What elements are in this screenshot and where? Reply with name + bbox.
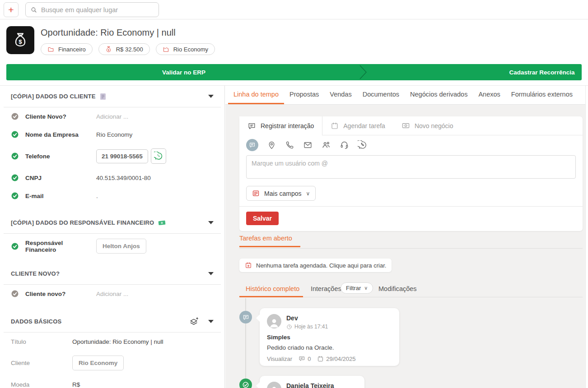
phone-value-box[interactable]: 21 99018-5565 [96,149,148,163]
person-chip[interactable]: Helton Anjos [96,239,146,254]
headset-icon[interactable] [340,140,349,150]
stage-cadastrar-recorrencia[interactable]: Cadastrar Recorrência [361,64,582,80]
pipeline-badge[interactable]: Rio Economy [156,43,215,55]
banknote-icon [401,121,410,130]
phone-icon[interactable] [285,140,294,150]
empty-task-card[interactable]: Nenhuma tarefa agendada. Clique aqui par… [239,259,392,272]
tab-anexos[interactable]: Anexos [473,86,505,104]
chat-bubble-icon [249,142,256,148]
search-icon [30,6,37,14]
tab-vendas[interactable]: Vendas [324,86,357,104]
tab-tarefas-em-aberto[interactable]: Tarefas em aberto [239,235,300,247]
department-badge-label: Financeiro [58,46,86,53]
tab-registrar-interacao[interactable]: Registrar interação [239,116,322,135]
tab-historico-completo[interactable]: Histórico completo [246,285,299,292]
tab-documentos[interactable]: Documentos [357,86,405,104]
field-row: Nome da Empresa Rio Economy [11,125,214,143]
amount-badge-label: R$ 32.500 [116,46,143,53]
filter-dropdown[interactable]: Filtrar ∨ [341,282,373,294]
field-row: Cliente Rio Economy [11,351,214,375]
tab-negocios-derivados[interactable]: Negócios derivados [405,86,473,104]
tab-formularios-externos[interactable]: Formulários externos [506,86,578,104]
field-value[interactable]: R$ [72,381,80,388]
chevron-down-icon[interactable] [208,95,214,98]
main-tabbar: Linha do tempo Propostas Vendas Document… [225,86,585,105]
email-icon[interactable] [303,140,313,150]
item-body: Pedido criado na Oracle. [267,344,392,351]
add-button[interactable]: + [4,2,19,17]
funnel-icon [163,46,169,53]
field-row: Cliente Novo? Adicionar ... [11,107,214,125]
section-resp-financeiro-header[interactable]: [CÓPIA] DADOS DO RESPONSÁVEL FINANCEIRO [11,212,214,233]
department-badge[interactable]: Financeiro [41,43,93,55]
item-title: Simples [267,334,392,341]
stage-validar-erp[interactable]: Validar no ERP [6,64,361,80]
interaction-type-chat[interactable] [246,139,258,151]
calendar-icon [331,122,339,130]
header-badges: Financeiro $ R$ 32.500 Rio Economy [41,43,215,55]
section-title: CLIENTE NOVO? [11,270,60,277]
field-row: Cliente novo? Adicionar ... [11,285,214,303]
chevron-down-icon[interactable] [208,272,214,275]
people-icon[interactable] [321,140,331,150]
chevron-down-icon[interactable] [208,221,214,224]
status-check-green-icon [11,242,19,250]
field-row: Responsável Financeiro Helton Anjos [11,234,214,259]
field-row: CNPJ 40.515.349/0001-80 [11,169,214,187]
avatar [267,382,281,388]
tab-interacoes[interactable]: Interações [311,285,341,292]
interaction-textarea[interactable] [246,155,576,179]
document-note-icon [100,93,106,100]
field-value[interactable]: Oportunidade: Rio Economy | null [72,338,163,345]
interaction-type-row [239,135,583,154]
status-check-green-icon [11,192,19,200]
tab-novo-negocio[interactable]: Novo negócio [393,116,462,135]
money-bag-icon: $ [12,32,28,48]
tab-linha-do-tempo[interactable]: Linha do tempo [228,86,284,104]
global-search[interactable] [25,2,159,17]
chat-bubble-icon [247,122,256,130]
field-value-add[interactable]: Adicionar ... [96,113,128,120]
field-value[interactable]: . [96,193,98,199]
whatsapp-icon[interactable] [358,140,367,150]
timeline-item[interactable]: Daniela Teixeira [260,376,364,388]
comments-count[interactable]: 0 [299,356,311,362]
field-value-add[interactable]: Adicionar ... [96,291,128,297]
scroll-gutter[interactable] [585,86,588,388]
timeline-item[interactable]: Dev Hoje às 17:41 Simples Pedido criado … [260,308,399,366]
section-cliente-novo-header[interactable]: CLIENTE NOVO? [11,263,214,284]
field-row: Título Oportunidade: Rio Economy | null [11,333,214,351]
save-button[interactable]: Salvar [246,212,279,225]
view-link[interactable]: Visualizar [267,356,292,362]
field-value[interactable]: 40.515.349/0001-80 [96,175,151,181]
item-author: Daniela Teixeira [286,382,334,388]
field-row: Telefone 21 99018-5565 [11,143,214,169]
chevron-down-icon[interactable] [208,320,214,323]
amount-badge[interactable]: $ R$ 32.500 [98,43,150,55]
list-icon [252,189,260,197]
whatsapp-button[interactable] [151,148,166,164]
layers-plus-icon[interactable] [189,317,199,327]
tab-agendar-tarefa[interactable]: Agendar tarefa [322,116,393,135]
composer-tabbar: Registrar interação Agendar tarefa Novo … [239,116,583,135]
whatsapp-icon [154,152,163,161]
field-row: E-mail . [11,187,214,205]
more-fields-button[interactable]: Mais campos ∨ [246,186,316,201]
funnel-stage-bar: Validar no ERP Cadastrar Recorrência [6,64,582,80]
client-chip[interactable]: Rio Economy [72,356,124,370]
field-value[interactable]: Rio Economy [96,131,132,138]
avatar [267,314,281,328]
section-dados-cliente-header[interactable]: [CÓPIA] DADOS DO CLIENTE [11,86,214,107]
tab-propostas[interactable]: Propostas [284,86,324,104]
message-box [246,155,576,180]
comment-icon [299,356,305,362]
tab-modificacoes[interactable]: Modificações [378,285,417,292]
section-dados-basicos-header[interactable]: DADOS BÁSICOS [11,311,214,332]
search-input[interactable] [41,6,154,14]
pipeline-badge-label: Rio Economy [173,46,208,53]
location-pin-icon[interactable] [267,140,276,150]
page-title: Oportunidade: Rio Economy | null [41,28,176,38]
folder-icon [47,46,54,53]
timeline-content: Registrar interação Agendar tarefa Novo … [225,105,585,388]
money-bill-icon [158,220,166,226]
